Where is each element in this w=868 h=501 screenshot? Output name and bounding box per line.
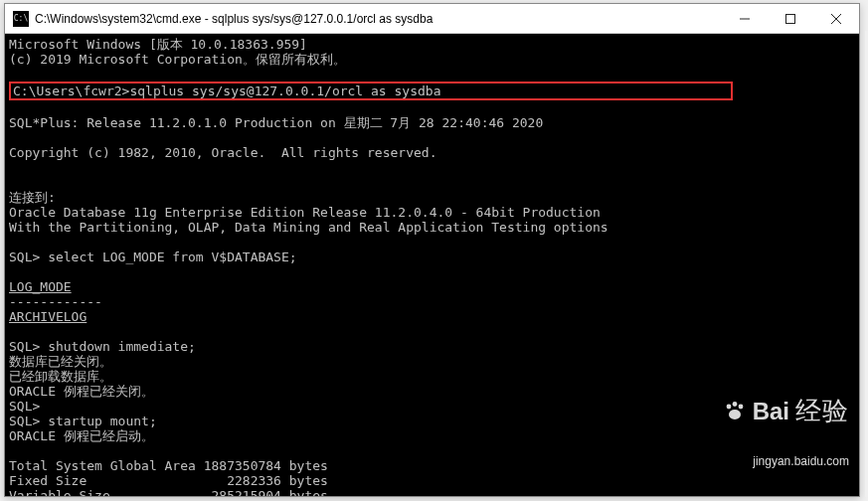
svg-point-4 <box>726 405 731 410</box>
text-line: 连接到: <box>9 190 56 205</box>
text-line: SQL> shutdown immediate; <box>9 339 196 354</box>
text-line: With the Partitioning, OLAP, Data Mining… <box>9 220 608 235</box>
text-line: Fixed Size 2282336 bytes <box>9 473 328 488</box>
paw-icon <box>723 399 747 422</box>
text-line: SQL> select LOG_MODE from V$DATABASE; <box>9 250 297 264</box>
maximize-button[interactable] <box>768 4 813 34</box>
svg-point-5 <box>732 402 737 407</box>
text-line: 数据库已经关闭。 <box>9 354 112 369</box>
watermark-brand-en: Bai <box>753 404 789 418</box>
text-line: (c) 2019 Microsoft Corporation。保留所有权利。 <box>9 52 346 67</box>
close-button[interactable] <box>813 4 859 34</box>
cmd-icon: C:\ <box>13 11 29 27</box>
svg-point-7 <box>729 410 741 419</box>
text-line: SQL> <box>9 399 40 414</box>
text-line: Microsoft Windows [版本 10.0.18363.959] <box>9 37 307 52</box>
column-value: ARCHIVELOG <box>9 309 87 324</box>
text-line: Variable Size 285215904 bytes <box>9 488 328 496</box>
text-line: 已经卸载数据库。 <box>9 369 112 384</box>
svg-point-6 <box>738 405 743 410</box>
svg-rect-1 <box>786 14 795 23</box>
watermark-brand-cn: 经验 <box>795 404 849 418</box>
watermark-url: jingyan.baidu.com <box>723 454 849 469</box>
text-line: Copyright (c) 1982, 2010, Oracle. All ri… <box>9 145 436 160</box>
highlighted-command: C:\Users\fcwr2>sqlplus sys/sys@127.0.0.1… <box>9 82 733 100</box>
text-line: ------------ <box>9 294 102 309</box>
window-title: C:\Windows\system32\cmd.exe - sqlplus sy… <box>35 12 722 26</box>
cmd-window: C:\ C:\Windows\system32\cmd.exe - sqlplu… <box>4 3 860 497</box>
titlebar[interactable]: C:\ C:\Windows\system32\cmd.exe - sqlplu… <box>5 4 859 34</box>
text-line: SQL*Plus: Release 11.2.0.1.0 Production … <box>9 115 543 130</box>
watermark: Bai 经验 jingyan.baidu.com <box>723 369 849 484</box>
text-line: ORACLE 例程已经启动。 <box>9 428 154 443</box>
minimize-button[interactable] <box>722 4 768 34</box>
text-line: Oracle Database 11g Enterprise Edition R… <box>9 205 601 220</box>
text-line: SQL> startup mount; <box>9 414 157 428</box>
window-controls <box>722 4 859 34</box>
text-line: Total System Global Area 1887350784 byte… <box>9 458 328 473</box>
terminal-output[interactable]: Microsoft Windows [版本 10.0.18363.959] (c… <box>5 34 859 496</box>
text-line: ORACLE 例程已经关闭。 <box>9 384 154 399</box>
column-header: LOG_MODE <box>9 279 72 294</box>
